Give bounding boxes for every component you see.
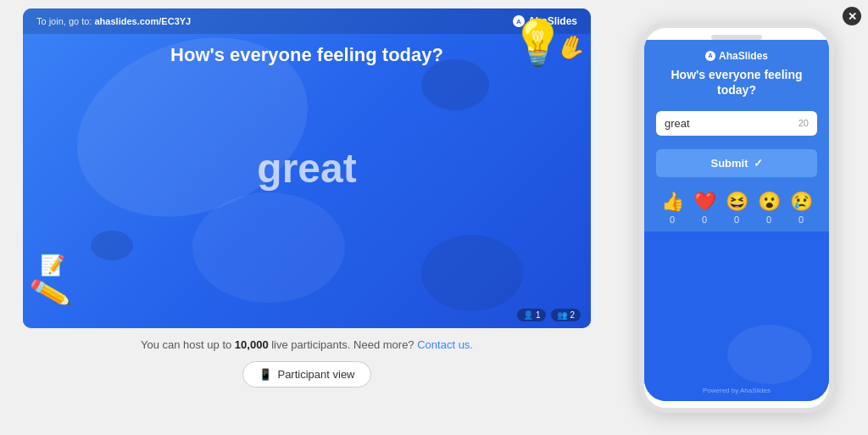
phone-input-area: great 20 <box>644 104 829 142</box>
reaction-sad[interactable]: 😢 0 <box>790 191 813 225</box>
phone-submit-label: Submit <box>710 157 748 170</box>
phone-mockup: A AhaSlides How's everyone feeling today… <box>639 23 834 413</box>
participants-prefix: You can host up to <box>141 338 235 351</box>
join-url-prefix: To join, go to: <box>36 16 95 26</box>
slide-container: To join, go to: ahaslides.com/EC3YJ A Ah… <box>23 8 591 328</box>
phone-question: How's everyone feeling today? <box>656 67 817 98</box>
person2-count: 2 <box>570 310 575 320</box>
wow-emoji: 😮 <box>758 191 781 213</box>
below-slide-text: You can host up to 10,000 live participa… <box>141 338 473 351</box>
contact-us-link[interactable]: Contact us. <box>417 338 473 351</box>
phone-logo: A AhaSlides <box>705 50 768 62</box>
slide-question: How's everyone feeling today? <box>23 36 591 75</box>
thumbsup-emoji: 👍 <box>661 191 684 213</box>
join-url: To join, go to: ahaslides.com/EC3YJ <box>36 16 191 26</box>
stat-person1: 👤 1 <box>517 309 547 321</box>
person1-count: 1 <box>536 310 541 320</box>
right-panel: A AhaSlides How's everyone feeling today… <box>614 0 868 435</box>
phone-icon: 📱 <box>259 368 272 381</box>
phone-slide-blob <box>727 325 812 384</box>
laugh-count: 0 <box>734 215 739 225</box>
phone-submit-button[interactable]: Submit ✓ <box>656 149 817 177</box>
phone-logo-icon: A <box>705 51 715 61</box>
stat-person2: 👥 2 <box>551 309 581 321</box>
person2-icon: 👥 <box>557 310 567 320</box>
phone-input-text: great <box>665 117 690 130</box>
slide-stats: 👤 1 👥 2 <box>517 309 581 321</box>
wow-count: 0 <box>766 215 771 225</box>
heart-count: 0 <box>702 215 707 225</box>
phone-logo-text: AhaSlides <box>719 50 768 62</box>
phone-screen: A AhaSlides How's everyone feeling today… <box>644 40 829 401</box>
reaction-heart[interactable]: ❤️ 0 <box>693 191 716 225</box>
phone-char-count: 20 <box>798 118 809 128</box>
reaction-laugh[interactable]: 😆 0 <box>726 191 748 225</box>
slide-answer: great <box>257 145 356 192</box>
paper-illustration: 📝 <box>40 254 65 277</box>
sad-count: 0 <box>798 215 804 225</box>
left-panel: To join, go to: ahaslides.com/EC3YJ A Ah… <box>0 0 614 435</box>
participants-suffix: live participants. Need more? <box>271 338 414 351</box>
slide-header: To join, go to: ahaslides.com/EC3YJ A Ah… <box>23 8 591 34</box>
participant-view-label: Participant view <box>277 368 354 381</box>
laugh-emoji: 😆 <box>726 191 748 213</box>
phone-header: A AhaSlides How's everyone feeling today… <box>644 40 829 104</box>
close-button[interactable]: ✕ <box>843 7 861 25</box>
phone-submit-checkmark: ✓ <box>754 157 763 170</box>
reaction-thumbsup[interactable]: 👍 0 <box>661 191 684 225</box>
participants-count: 10,000 <box>235 338 269 351</box>
phone-notch <box>711 35 762 40</box>
phone-input-box[interactable]: great 20 <box>656 111 817 136</box>
phone-powered-by: Powered by AhaSlides <box>644 387 829 394</box>
thumbsup-count: 0 <box>670 215 675 225</box>
join-url-value: ahaslides.com/EC3YJ <box>95 16 192 26</box>
person1-icon: 👤 <box>523 310 533 320</box>
phone-reactions: 👍 0 ❤️ 0 😆 0 😮 0 😢 0 <box>644 184 829 231</box>
reaction-wow[interactable]: 😮 0 <box>758 191 781 225</box>
phone-slide-area: Powered by AhaSlides <box>644 231 829 401</box>
heart-emoji: ❤️ <box>693 191 716 213</box>
participant-view-button[interactable]: 📱 Participant view <box>242 361 370 388</box>
sad-emoji: 😢 <box>790 191 813 213</box>
